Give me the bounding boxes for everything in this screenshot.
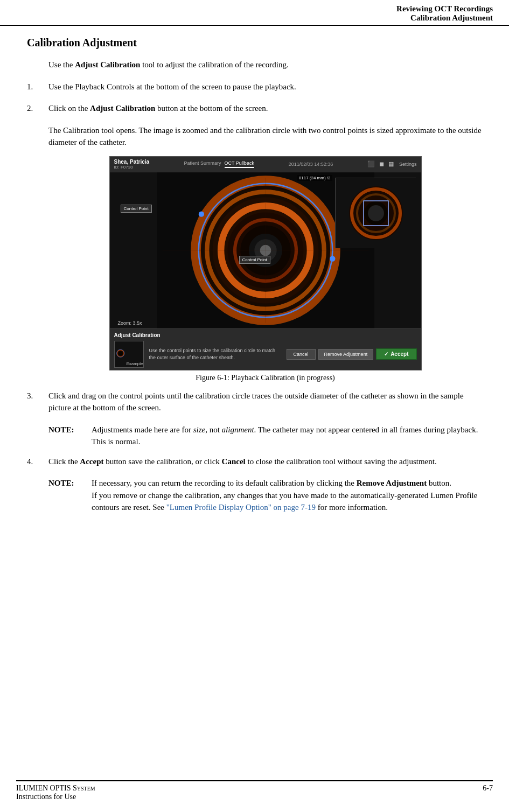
item4-pre: Click the (48, 457, 80, 466)
page-footer: ILUMIEN OPTIS System Instructions for Us… (16, 780, 493, 801)
footer-page-number: 6-7 (483, 784, 493, 801)
header-line1: Reviewing OCT Recordings (16, 4, 493, 13)
item1-num: 1. (27, 81, 48, 93)
intro-paragraph: Use the Adjust Calibration tool to adjus… (48, 59, 482, 71)
list-item-1: 1. Use the Playback Controls at the bott… (27, 81, 482, 93)
item4-mid: button save the calibration, or click (103, 457, 221, 466)
icon1: ⬛ (367, 160, 375, 167)
svg-point-14 (330, 256, 335, 261)
header-line2: Calibration Adjustment (16, 13, 493, 23)
patient-id: ID: F0730 (114, 165, 179, 170)
screenshot-icons: ⬛ ◼ ▦ (367, 160, 394, 167)
item4-text: Click the Accept button save the calibra… (48, 456, 482, 468)
side-thumbnail (335, 178, 416, 248)
svg-point-27 (118, 351, 122, 355)
note1-label: NOTE: (48, 424, 92, 448)
intro-bold: Adjust Calibration (75, 60, 140, 69)
accept-button[interactable]: ✓ Accept (376, 348, 416, 360)
adjust-calibration-title: Adjust Calibration (114, 332, 417, 338)
note1-mid: , not (205, 425, 221, 434)
svg-point-22 (368, 205, 384, 221)
note2-line2: button. (427, 479, 451, 487)
svg-point-13 (198, 211, 204, 216)
bottom-row: Example Use the control points to size t… (114, 341, 417, 368)
item4-bold1: Accept (80, 457, 103, 466)
note2-label: NOTE: (48, 477, 92, 514)
action-buttons: Cancel Remove Adjustment ✓ Accept (287, 348, 417, 360)
footer-product: ILUMIEN OPTIS System (16, 784, 95, 793)
note1-text: Adjustments made here are for size, not … (92, 424, 482, 448)
icon2: ◼ (379, 160, 384, 167)
note2-link[interactable]: "Lumen Profile Display Option" on page 7… (166, 503, 316, 512)
figure-container: Shea, Patricia ID: F0730 Patient Summary… (48, 156, 482, 382)
note2-line0: If necessary, you can return the recordi… (92, 479, 357, 487)
page-header: Reviewing OCT Recordings Calibration Adj… (0, 0, 509, 26)
instruction-text: Use the control points to size the calib… (149, 347, 281, 361)
item3-text: Click and drag on the control points unt… (48, 390, 482, 414)
example-thumbnail: Example (114, 341, 144, 368)
screenshot-bottombar: Adjust Calibration Example Use the contr… (110, 328, 421, 370)
note1-italic1: size (193, 425, 206, 434)
note2-bold: Remove Adjustment (357, 479, 427, 487)
screenshot-topbar: Shea, Patricia ID: F0730 Patient Summary… (110, 157, 421, 172)
checkmark-icon: ✓ (384, 351, 388, 357)
note-block-2: NOTE: If necessary, you can return the r… (48, 477, 482, 514)
footer-doc-type: Instructions for Use (16, 793, 95, 801)
screenshot-tabs: Patient Summary OCT Pullback (184, 160, 254, 168)
item4-num: 4. (27, 456, 48, 468)
patient-info: Shea, Patricia ID: F0730 (114, 159, 179, 170)
remove-adjustment-button[interactable]: Remove Adjustment (318, 349, 374, 360)
item2-post: button at the bottom of the screen. (155, 104, 268, 113)
note1-pre: Adjustments made here are for (92, 425, 193, 434)
item2-bold: Adjust Calibration (90, 104, 155, 113)
note1-italic2: alignment (222, 425, 254, 434)
screenshot-main-image: 0117 (24 mm) !2 Control Point Control Po… (110, 172, 421, 328)
intro-text-pre: Use the (48, 60, 75, 69)
cancel-button[interactable]: Cancel (287, 349, 316, 360)
section-title: Calibration Adjustment (27, 37, 482, 49)
item2-pre: Click on the (48, 104, 90, 113)
footer-left: ILUMIEN OPTIS System Instructions for Us… (16, 784, 95, 801)
tab-patient-summary[interactable]: Patient Summary (184, 160, 221, 168)
item2-text: Click on the Adjust Calibration button a… (48, 102, 482, 115)
control-point-label-1: Control Point (121, 205, 152, 213)
item4-post: to close the calibration tool without sa… (246, 457, 437, 466)
list-item-3: 3. Click and drag on the control points … (27, 390, 482, 414)
main-content: Calibration Adjustment Use the Adjust Ca… (0, 26, 509, 532)
accept-label: Accept (391, 351, 408, 357)
tab-oct-pullback[interactable]: OCT Pullback (225, 160, 254, 168)
list-item-2: 2. Click on the Adjust Calibration butto… (27, 102, 482, 115)
list-item-4: 4. Click the Accept button save the cali… (27, 456, 482, 468)
zoom-label: Zoom: 3.5x (118, 320, 142, 326)
patient-name: Shea, Patricia (114, 159, 179, 165)
note-block-1: NOTE: Adjustments made here are for size… (48, 424, 482, 448)
note2-text: If necessary, you can return the recordi… (92, 477, 482, 514)
item3-num: 3. (27, 390, 48, 414)
settings-button[interactable]: Settings (399, 162, 417, 167)
control-point-label-2: Control Point (239, 256, 270, 264)
screenshot-datetime: 2011/02/03 14:52:36 (260, 162, 362, 167)
screenshot: Shea, Patricia ID: F0730 Patient Summary… (109, 156, 422, 370)
icon3: ▦ (388, 160, 394, 167)
intro-text-post: tool to adjust the calibration of the re… (140, 60, 288, 69)
item2-num: 2. (27, 102, 48, 115)
item4-bold2: Cancel (222, 457, 246, 466)
frame-indicator: 0117 (24 mm) !2 (297, 175, 332, 181)
note2-line5: for more information. (316, 503, 388, 512)
figure-caption: Figure 6-1: Playback Calibration (in pro… (48, 374, 482, 382)
item1-text: Use the Playback Controls at the bottom … (48, 81, 482, 93)
example-label: Example (126, 361, 143, 367)
sub-paragraph: The Calibration tool opens. The image is… (48, 124, 482, 149)
